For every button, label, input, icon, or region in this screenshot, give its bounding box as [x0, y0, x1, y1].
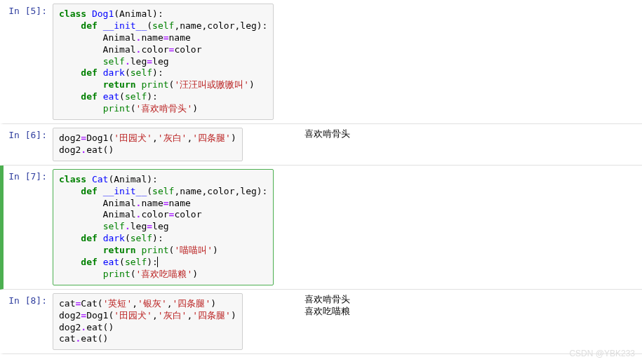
code-token: name — [141, 32, 163, 43]
code-token: cat — [59, 298, 75, 309]
cell[interactable]: In [6]:dog2=Dog1('田园犬','灰白','四条腿') dog2.… — [0, 124, 642, 166]
code-token: color — [141, 209, 168, 220]
code-token: ( — [131, 269, 136, 279]
code-token: ( — [147, 20, 152, 31]
code-token: self — [131, 233, 152, 243]
code-token: eat — [103, 257, 119, 267]
code-token: Animal — [59, 198, 136, 208]
code-token: self — [131, 67, 152, 78]
code-token: , — [132, 298, 138, 309]
code-token: (Animal): — [108, 174, 157, 184]
code-input[interactable]: dog2=Dog1('田园犬','灰白','四条腿') dog2.eat() — [53, 128, 243, 161]
code-token: self — [125, 257, 147, 267]
code-token: ) — [192, 269, 198, 279]
code-token: Cat( — [81, 298, 102, 309]
code-token: leg — [131, 221, 147, 231]
cell[interactable]: In [8]:cat=Cat('英短','银灰','四条腿') dog2=Dog… — [0, 290, 642, 355]
code-token: ,name,color,leg): — [174, 20, 267, 31]
code-token: '灰白' — [158, 133, 187, 143]
code-token: '喜欢啃骨头' — [136, 103, 193, 114]
code-token: self — [103, 221, 125, 231]
code-token: dark — [103, 67, 125, 78]
code-token: '英短' — [103, 298, 133, 309]
code-token: . — [81, 322, 86, 332]
code-token: = — [147, 221, 152, 231]
cell[interactable]: In [5]:class Dog1(Animal): def __init__(… — [0, 0, 642, 124]
code-token: def — [81, 233, 102, 243]
code-token: print — [103, 269, 131, 279]
code-token: self — [152, 186, 174, 196]
code-token: '汪汪叫或嗷嗷叫' — [174, 79, 249, 90]
code-token: ( — [131, 103, 136, 114]
code-token: Cat — [92, 174, 108, 184]
code-token: '灰白' — [158, 310, 187, 321]
code-token: . — [125, 221, 131, 231]
code-token: = — [163, 198, 169, 208]
code-token — [59, 20, 81, 31]
code-token: ( — [125, 67, 131, 78]
code-token: '田园犬' — [114, 310, 152, 321]
code-input[interactable]: class Cat(Animal): def __init__(self,nam… — [53, 169, 274, 285]
code-token: ) — [192, 103, 198, 114]
code-token: self — [103, 56, 125, 67]
code-token: return — [103, 79, 142, 90]
code-token: Dog1 — [92, 8, 114, 19]
code-token: , — [167, 298, 173, 309]
code-token — [59, 269, 103, 279]
code-token: return — [103, 245, 142, 255]
code-token: self — [152, 20, 174, 31]
code-token: ): — [147, 257, 158, 267]
code-token: class — [59, 174, 92, 184]
code-token: '四条腿' — [173, 298, 211, 309]
cell[interactable]: In [7]:class Cat(Animal): def __init__(s… — [0, 166, 642, 290]
code-token: print — [103, 103, 131, 114]
code-token: print — [141, 245, 168, 255]
code-token: color — [141, 44, 168, 55]
code-token: print — [141, 79, 168, 90]
code-token: def — [81, 20, 102, 31]
code-token: eat — [103, 91, 119, 102]
input-prompt: In [7]: — [4, 167, 53, 288]
code-token: __init__ — [103, 20, 147, 31]
notebook-container: In [5]:class Dog1(Animal): def __init__(… — [0, 0, 642, 354]
code-token: name — [141, 198, 163, 208]
code-token: leg — [131, 56, 147, 67]
code-token: eat() — [81, 333, 108, 344]
code-token: , — [152, 310, 158, 321]
code-token: self — [125, 91, 147, 102]
code-token: ,name,color,leg): — [174, 186, 267, 196]
code-token: def — [81, 91, 102, 102]
code-token: ( — [119, 257, 125, 267]
code-token: = — [163, 32, 169, 43]
output-text: 喜欢啃骨头 喜欢吃喵粮 — [299, 291, 356, 353]
code-token: Dog1( — [86, 310, 114, 321]
code-token: (Animal): — [114, 8, 163, 19]
code-token: eat() — [86, 144, 114, 155]
code-token: '喵喵叫' — [174, 245, 213, 255]
code-input[interactable]: cat=Cat('英短','银灰','四条腿') dog2=Dog1('田园犬'… — [53, 293, 243, 351]
code-token: '四条腿' — [192, 310, 231, 321]
code-token — [157, 257, 158, 267]
code-token: ( — [147, 186, 152, 196]
code-token — [59, 186, 81, 196]
code-token: '喜欢吃喵粮' — [136, 269, 193, 279]
code-token: . — [81, 144, 86, 155]
output-text: 喜欢啃骨头 — [299, 126, 356, 163]
input-prompt: In [5]: — [4, 1, 53, 122]
code-token: = — [81, 310, 86, 321]
code-token: dog2 — [59, 133, 81, 143]
code-token: class — [59, 8, 92, 19]
code-token: ( — [125, 233, 131, 243]
watermark: CSDN @YBK233 — [569, 349, 635, 354]
input-prompt: In [6]: — [4, 126, 53, 163]
code-token: __init__ — [103, 186, 147, 196]
code-token: = — [147, 56, 152, 67]
code-token: . — [125, 56, 131, 67]
input-prompt: In [8]: — [4, 291, 53, 353]
code-token: def — [81, 67, 102, 78]
code-token: '田园犬' — [114, 133, 152, 143]
code-input[interactable]: class Dog1(Animal): def __init__(self,na… — [53, 4, 274, 120]
code-token: '四条腿' — [192, 133, 231, 143]
code-token: Animal — [59, 32, 136, 43]
code-token: , — [152, 133, 158, 143]
